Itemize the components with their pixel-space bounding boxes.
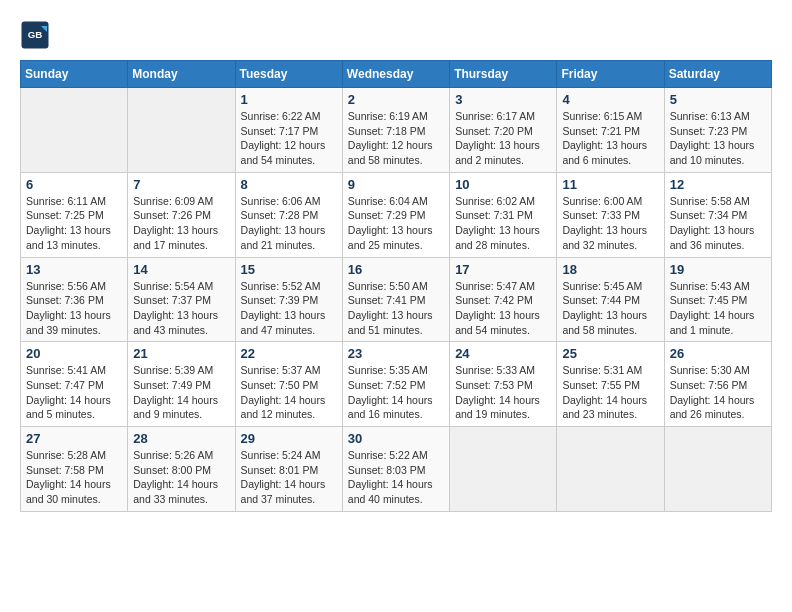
calendar-cell: 9Sunrise: 6:04 AM Sunset: 7:29 PM Daylig… <box>342 172 449 257</box>
day-number: 16 <box>348 262 444 277</box>
calendar-cell: 30Sunrise: 5:22 AM Sunset: 8:03 PM Dayli… <box>342 427 449 512</box>
day-info: Sunrise: 5:22 AM Sunset: 8:03 PM Dayligh… <box>348 448 444 507</box>
day-number: 22 <box>241 346 337 361</box>
day-number: 6 <box>26 177 122 192</box>
calendar-cell: 27Sunrise: 5:28 AM Sunset: 7:58 PM Dayli… <box>21 427 128 512</box>
calendar-cell: 5Sunrise: 6:13 AM Sunset: 7:23 PM Daylig… <box>664 88 771 173</box>
calendar-cell: 1Sunrise: 6:22 AM Sunset: 7:17 PM Daylig… <box>235 88 342 173</box>
day-info: Sunrise: 5:43 AM Sunset: 7:45 PM Dayligh… <box>670 279 766 338</box>
calendar-cell <box>21 88 128 173</box>
day-number: 28 <box>133 431 229 446</box>
day-number: 10 <box>455 177 551 192</box>
weekday-header: Tuesday <box>235 61 342 88</box>
day-info: Sunrise: 5:30 AM Sunset: 7:56 PM Dayligh… <box>670 363 766 422</box>
day-info: Sunrise: 5:24 AM Sunset: 8:01 PM Dayligh… <box>241 448 337 507</box>
day-number: 13 <box>26 262 122 277</box>
calendar-cell <box>664 427 771 512</box>
calendar-cell <box>557 427 664 512</box>
day-number: 18 <box>562 262 658 277</box>
calendar-cell: 26Sunrise: 5:30 AM Sunset: 7:56 PM Dayli… <box>664 342 771 427</box>
calendar-cell: 22Sunrise: 5:37 AM Sunset: 7:50 PM Dayli… <box>235 342 342 427</box>
weekday-header: Sunday <box>21 61 128 88</box>
calendar-week-row: 6Sunrise: 6:11 AM Sunset: 7:25 PM Daylig… <box>21 172 772 257</box>
calendar-cell: 21Sunrise: 5:39 AM Sunset: 7:49 PM Dayli… <box>128 342 235 427</box>
calendar-week-row: 1Sunrise: 6:22 AM Sunset: 7:17 PM Daylig… <box>21 88 772 173</box>
day-number: 9 <box>348 177 444 192</box>
calendar-cell: 2Sunrise: 6:19 AM Sunset: 7:18 PM Daylig… <box>342 88 449 173</box>
calendar-cell <box>450 427 557 512</box>
logo-icon: GB <box>20 20 50 50</box>
day-info: Sunrise: 5:28 AM Sunset: 7:58 PM Dayligh… <box>26 448 122 507</box>
day-number: 27 <box>26 431 122 446</box>
calendar-week-row: 13Sunrise: 5:56 AM Sunset: 7:36 PM Dayli… <box>21 257 772 342</box>
day-info: Sunrise: 6:06 AM Sunset: 7:28 PM Dayligh… <box>241 194 337 253</box>
weekday-header: Wednesday <box>342 61 449 88</box>
calendar-cell: 8Sunrise: 6:06 AM Sunset: 7:28 PM Daylig… <box>235 172 342 257</box>
calendar-cell: 16Sunrise: 5:50 AM Sunset: 7:41 PM Dayli… <box>342 257 449 342</box>
day-number: 17 <box>455 262 551 277</box>
day-info: Sunrise: 5:52 AM Sunset: 7:39 PM Dayligh… <box>241 279 337 338</box>
calendar-cell: 10Sunrise: 6:02 AM Sunset: 7:31 PM Dayli… <box>450 172 557 257</box>
calendar-cell: 28Sunrise: 5:26 AM Sunset: 8:00 PM Dayli… <box>128 427 235 512</box>
logo: GB <box>20 20 54 50</box>
day-number: 24 <box>455 346 551 361</box>
calendar-header-row: SundayMondayTuesdayWednesdayThursdayFrid… <box>21 61 772 88</box>
day-number: 1 <box>241 92 337 107</box>
day-info: Sunrise: 5:56 AM Sunset: 7:36 PM Dayligh… <box>26 279 122 338</box>
day-number: 15 <box>241 262 337 277</box>
day-number: 2 <box>348 92 444 107</box>
calendar-cell: 17Sunrise: 5:47 AM Sunset: 7:42 PM Dayli… <box>450 257 557 342</box>
day-info: Sunrise: 5:39 AM Sunset: 7:49 PM Dayligh… <box>133 363 229 422</box>
calendar-week-row: 20Sunrise: 5:41 AM Sunset: 7:47 PM Dayli… <box>21 342 772 427</box>
calendar-cell <box>128 88 235 173</box>
day-number: 30 <box>348 431 444 446</box>
weekday-header: Saturday <box>664 61 771 88</box>
day-info: Sunrise: 6:13 AM Sunset: 7:23 PM Dayligh… <box>670 109 766 168</box>
day-info: Sunrise: 5:45 AM Sunset: 7:44 PM Dayligh… <box>562 279 658 338</box>
day-number: 14 <box>133 262 229 277</box>
calendar-cell: 7Sunrise: 6:09 AM Sunset: 7:26 PM Daylig… <box>128 172 235 257</box>
calendar-cell: 24Sunrise: 5:33 AM Sunset: 7:53 PM Dayli… <box>450 342 557 427</box>
calendar-cell: 19Sunrise: 5:43 AM Sunset: 7:45 PM Dayli… <box>664 257 771 342</box>
calendar-cell: 25Sunrise: 5:31 AM Sunset: 7:55 PM Dayli… <box>557 342 664 427</box>
day-info: Sunrise: 6:00 AM Sunset: 7:33 PM Dayligh… <box>562 194 658 253</box>
day-info: Sunrise: 5:37 AM Sunset: 7:50 PM Dayligh… <box>241 363 337 422</box>
calendar-table: SundayMondayTuesdayWednesdayThursdayFrid… <box>20 60 772 512</box>
calendar-cell: 18Sunrise: 5:45 AM Sunset: 7:44 PM Dayli… <box>557 257 664 342</box>
day-number: 20 <box>26 346 122 361</box>
calendar-week-row: 27Sunrise: 5:28 AM Sunset: 7:58 PM Dayli… <box>21 427 772 512</box>
day-number: 4 <box>562 92 658 107</box>
day-info: Sunrise: 5:47 AM Sunset: 7:42 PM Dayligh… <box>455 279 551 338</box>
day-info: Sunrise: 6:22 AM Sunset: 7:17 PM Dayligh… <box>241 109 337 168</box>
day-info: Sunrise: 5:26 AM Sunset: 8:00 PM Dayligh… <box>133 448 229 507</box>
day-number: 12 <box>670 177 766 192</box>
day-info: Sunrise: 6:15 AM Sunset: 7:21 PM Dayligh… <box>562 109 658 168</box>
day-info: Sunrise: 6:02 AM Sunset: 7:31 PM Dayligh… <box>455 194 551 253</box>
calendar-cell: 6Sunrise: 6:11 AM Sunset: 7:25 PM Daylig… <box>21 172 128 257</box>
day-info: Sunrise: 6:19 AM Sunset: 7:18 PM Dayligh… <box>348 109 444 168</box>
calendar-cell: 14Sunrise: 5:54 AM Sunset: 7:37 PM Dayli… <box>128 257 235 342</box>
day-number: 3 <box>455 92 551 107</box>
day-info: Sunrise: 6:11 AM Sunset: 7:25 PM Dayligh… <box>26 194 122 253</box>
day-info: Sunrise: 5:58 AM Sunset: 7:34 PM Dayligh… <box>670 194 766 253</box>
day-info: Sunrise: 5:54 AM Sunset: 7:37 PM Dayligh… <box>133 279 229 338</box>
day-info: Sunrise: 5:33 AM Sunset: 7:53 PM Dayligh… <box>455 363 551 422</box>
calendar-cell: 29Sunrise: 5:24 AM Sunset: 8:01 PM Dayli… <box>235 427 342 512</box>
weekday-header: Thursday <box>450 61 557 88</box>
page-header: GB <box>20 20 772 50</box>
calendar-body: 1Sunrise: 6:22 AM Sunset: 7:17 PM Daylig… <box>21 88 772 512</box>
day-info: Sunrise: 6:09 AM Sunset: 7:26 PM Dayligh… <box>133 194 229 253</box>
day-number: 7 <box>133 177 229 192</box>
calendar-cell: 23Sunrise: 5:35 AM Sunset: 7:52 PM Dayli… <box>342 342 449 427</box>
calendar-cell: 12Sunrise: 5:58 AM Sunset: 7:34 PM Dayli… <box>664 172 771 257</box>
day-number: 11 <box>562 177 658 192</box>
calendar-cell: 15Sunrise: 5:52 AM Sunset: 7:39 PM Dayli… <box>235 257 342 342</box>
day-number: 19 <box>670 262 766 277</box>
day-info: Sunrise: 5:41 AM Sunset: 7:47 PM Dayligh… <box>26 363 122 422</box>
day-info: Sunrise: 5:31 AM Sunset: 7:55 PM Dayligh… <box>562 363 658 422</box>
calendar-cell: 20Sunrise: 5:41 AM Sunset: 7:47 PM Dayli… <box>21 342 128 427</box>
day-number: 5 <box>670 92 766 107</box>
day-info: Sunrise: 5:50 AM Sunset: 7:41 PM Dayligh… <box>348 279 444 338</box>
day-info: Sunrise: 5:35 AM Sunset: 7:52 PM Dayligh… <box>348 363 444 422</box>
day-info: Sunrise: 6:17 AM Sunset: 7:20 PM Dayligh… <box>455 109 551 168</box>
